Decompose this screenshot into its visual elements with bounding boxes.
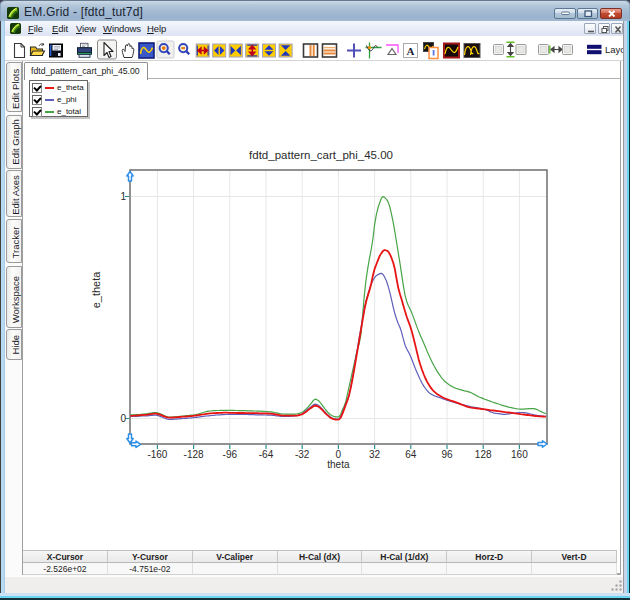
svg-text:0: 0: [120, 413, 126, 424]
svg-text:-64: -64: [259, 449, 274, 460]
svg-text:128: 128: [475, 449, 492, 460]
svg-text:0: 0: [336, 449, 342, 460]
svg-text:1: 1: [120, 191, 126, 202]
svg-text:-96: -96: [223, 449, 238, 460]
svg-text:64: 64: [405, 449, 417, 460]
svg-text:-160: -160: [147, 449, 167, 460]
svg-text:theta: theta: [327, 459, 350, 470]
svg-text:96: 96: [441, 449, 453, 460]
svg-text:32: 32: [369, 449, 381, 460]
svg-text:fdtd_pattern_cart_phi_45.00: fdtd_pattern_cart_phi_45.00: [249, 149, 393, 161]
svg-text:160: 160: [511, 449, 528, 460]
svg-text:-128: -128: [184, 449, 204, 460]
svg-text:e_theta: e_theta: [90, 271, 102, 309]
svg-text:-32: -32: [295, 449, 310, 460]
